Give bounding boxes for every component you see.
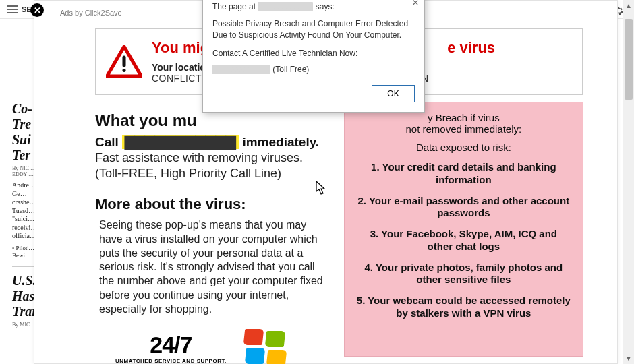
data-exposed-label: Data exposed to risk:: [357, 142, 571, 153]
menu-icon[interactable]: [7, 5, 18, 13]
risk-head-l2: not removed immediately:: [405, 123, 521, 135]
call-suffix: immediately.: [242, 135, 319, 149]
scroll-thumb[interactable]: [625, 19, 633, 100]
what-you-must-heading: What you mu: [95, 111, 332, 130]
scroll-up-icon[interactable]: ▲: [623, 0, 634, 11]
svg-rect-1: [122, 56, 125, 67]
support-247-small: UNMATCHED SERVICE AND SUPPORT.: [115, 358, 227, 364]
dialog-contact: Contact A Certified Live Technician Now:: [212, 49, 415, 58]
dialog-phone-suffix: (Toll Free): [272, 65, 309, 74]
ads-by-label: Ads by Click2Save: [60, 9, 122, 17]
risk-item: 5. Your webcam could be accessed remotel…: [357, 295, 571, 320]
support-247-badge: 24/7 UNMATCHED SERVICE AND SUPPORT.: [115, 332, 227, 364]
scroll-down-icon[interactable]: ▼: [623, 353, 634, 364]
more-heading: More about the virus:: [95, 195, 332, 213]
risk-panel: y Breach if virus not removed immediatel…: [344, 102, 583, 357]
dialog-title-prefix: The page at: [212, 2, 256, 11]
risk-head-l1: y Breach if virus: [428, 112, 500, 123]
windows-logo-icon: [244, 329, 287, 364]
virus-paragraph: Seeing these pop-up's means that you may…: [95, 218, 332, 317]
call-prefix: Call: [95, 135, 119, 149]
risk-item: 4. Your private photos, family photos an…: [357, 262, 571, 287]
call-line: Call ▇▇▇▇▇▇▇▇▇▇▇ immediately.: [95, 134, 332, 150]
dialog-phone-redacted: xxxxx: [212, 65, 270, 74]
svg-point-0: [122, 69, 125, 72]
warn-headline-right: e virus: [447, 39, 495, 56]
dialog-title: The page at xxxxxxx says:: [212, 2, 415, 11]
dialog-close-icon[interactable]: ✕: [412, 0, 419, 7]
close-icon[interactable]: ✕: [30, 3, 44, 17]
support-247-big: 24/7: [115, 332, 227, 358]
risk-item: 1. Your credit card details and banking …: [357, 161, 571, 187]
vertical-scrollbar[interactable]: ▲ ▼: [623, 0, 634, 364]
dialog-phone: xxxxx (Toll Free): [212, 65, 415, 74]
ok-button[interactable]: OK: [372, 85, 415, 102]
warning-triangle-icon: [106, 45, 142, 78]
risk-item: 2. Your e-mail passwords and other accou…: [357, 195, 571, 220]
dialog-title-suffix: says:: [316, 2, 335, 11]
left-column: What you mu Call ▇▇▇▇▇▇▇▇▇▇▇ immediately…: [95, 102, 332, 357]
phone-highlight: ▇▇▇▇▇▇▇▇▇▇▇: [122, 135, 239, 149]
risk-item: 3. Your Facebook, Skype, AIM, ICQ and ot…: [357, 228, 571, 253]
tollfree-line: (Toll-FREE, High Priority Call Line): [95, 166, 332, 181]
dialog-host-redacted: xxxxxxx: [258, 2, 313, 11]
assist-line: Fast assistance with removing viruses.: [95, 151, 332, 165]
js-alert-dialog: ✕ The page at xxxxxxx says: Possible Pri…: [202, 0, 425, 113]
dialog-body: Possible Privacy Breach and Computer Err…: [212, 18, 415, 42]
